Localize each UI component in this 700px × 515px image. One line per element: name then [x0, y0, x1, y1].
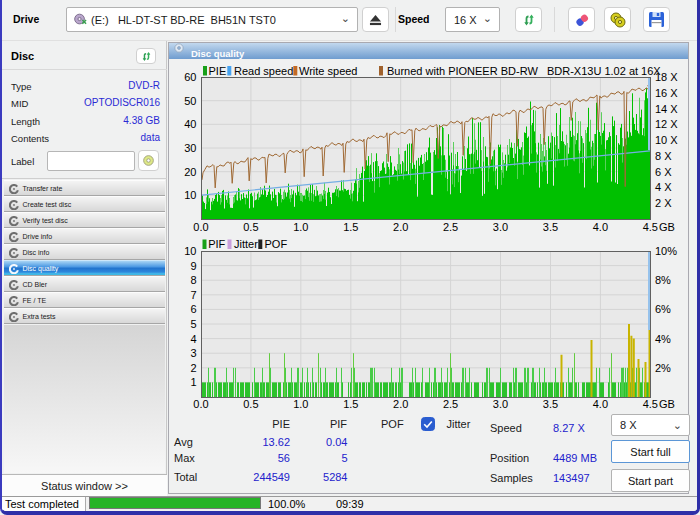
svg-text:4.0: 4.0 — [593, 398, 608, 410]
svg-text:6: 6 — [190, 303, 196, 315]
svg-text:1.5: 1.5 — [343, 221, 358, 233]
svg-text:4%: 4% — [655, 333, 671, 345]
svg-text:POF: POF — [265, 238, 288, 250]
svg-text:2.0: 2.0 — [393, 221, 408, 233]
svg-text:4.5: 4.5 — [643, 221, 658, 233]
svg-text:3: 3 — [190, 347, 196, 359]
svg-text:30: 30 — [184, 142, 196, 154]
svg-text:2: 2 — [190, 362, 196, 374]
svg-text:3.5: 3.5 — [543, 221, 558, 233]
svg-text:4: 4 — [190, 333, 196, 345]
svg-text:60: 60 — [184, 71, 196, 83]
svg-text:2%: 2% — [655, 362, 671, 374]
svg-text:10: 10 — [184, 245, 196, 257]
svg-text:8: 8 — [190, 274, 196, 286]
svg-text:3.5: 3.5 — [543, 398, 558, 410]
svg-text:1.0: 1.0 — [293, 398, 308, 410]
svg-text:0.5: 0.5 — [243, 221, 258, 233]
svg-text:4 X: 4 X — [655, 181, 672, 193]
svg-text:14 X: 14 X — [655, 103, 678, 115]
svg-text:12 X: 12 X — [655, 118, 678, 130]
svg-text:10 X: 10 X — [655, 134, 678, 146]
svg-text:GB: GB — [659, 398, 675, 410]
svg-text:PIF: PIF — [208, 238, 225, 250]
svg-text:8 X: 8 X — [655, 150, 672, 162]
svg-text:Write speed: Write speed — [299, 65, 358, 77]
svg-text:4.5: 4.5 — [643, 398, 658, 410]
svg-text:3.0: 3.0 — [493, 221, 508, 233]
svg-text:1.5: 1.5 — [343, 398, 358, 410]
svg-text:20: 20 — [184, 166, 196, 178]
svg-text:PIE: PIE — [209, 65, 227, 77]
svg-text:Jitter: Jitter — [234, 238, 258, 250]
svg-text:6 X: 6 X — [655, 166, 672, 178]
svg-text:0.5: 0.5 — [243, 398, 258, 410]
svg-text:10%: 10% — [655, 245, 677, 257]
svg-text:50: 50 — [184, 95, 196, 107]
svg-text:2.5: 2.5 — [443, 221, 458, 233]
svg-text:Burned with PIONEER BD-RW BD: Burned with PIONEER BD-RW BDR-X13U 1.02 … — [387, 65, 661, 77]
svg-text:0.0: 0.0 — [193, 221, 208, 233]
svg-text:9: 9 — [190, 260, 196, 272]
svg-text:2 X: 2 X — [655, 197, 672, 209]
svg-text:1.0: 1.0 — [293, 221, 308, 233]
svg-text:3.0: 3.0 — [493, 398, 508, 410]
svg-text:GB: GB — [659, 221, 675, 233]
svg-text:2.0: 2.0 — [393, 398, 408, 410]
svg-text:7: 7 — [190, 289, 196, 301]
svg-text:Read speed: Read speed — [234, 65, 293, 77]
svg-text:16 X: 16 X — [655, 87, 678, 99]
svg-text:1: 1 — [190, 376, 196, 388]
svg-text:40: 40 — [184, 118, 196, 130]
svg-text:4.0: 4.0 — [593, 221, 608, 233]
svg-text:6%: 6% — [655, 303, 671, 315]
svg-text:10: 10 — [184, 189, 196, 201]
svg-text:2.5: 2.5 — [443, 398, 458, 410]
svg-text:5: 5 — [190, 318, 196, 330]
svg-text:0.0: 0.0 — [193, 398, 208, 410]
svg-text:8%: 8% — [655, 274, 671, 286]
